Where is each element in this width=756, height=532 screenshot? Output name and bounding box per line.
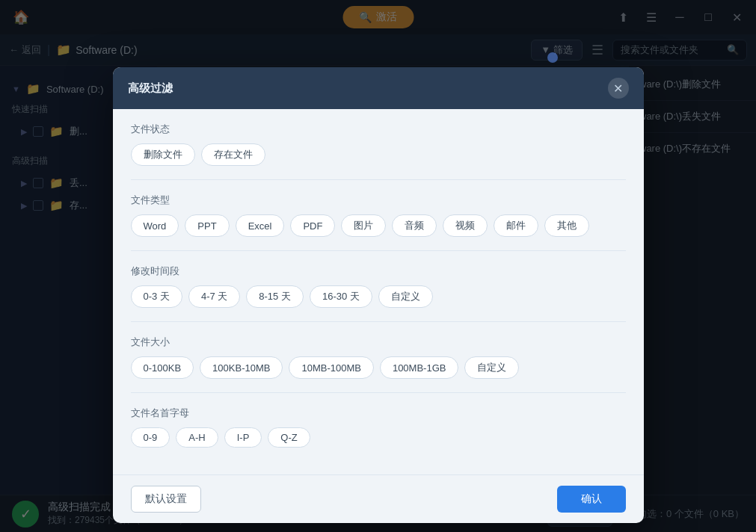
tag-i-p[interactable]: I-P (224, 427, 262, 448)
tag-0-3days[interactable]: 0-3 天 (131, 285, 182, 308)
tag-word[interactable]: Word (131, 214, 179, 237)
default-settings-button[interactable]: 默认设置 (131, 486, 201, 513)
modal-body: 文件状态 删除文件 存在文件 文件类型 Word PPT Excel PDF 图… (113, 109, 644, 474)
file-status-section: 文件状态 删除文件 存在文件 (131, 123, 626, 166)
tag-audio[interactable]: 音频 (392, 214, 437, 237)
modify-time-tags: 0-3 天 4-7 天 8-15 天 16-30 天 自定义 (131, 285, 626, 308)
divider-2 (131, 250, 626, 251)
tag-other[interactable]: 其他 (544, 214, 589, 237)
filename-section: 文件名首字母 0-9 A-H I-P Q-Z (131, 406, 626, 448)
tag-ppt[interactable]: PPT (185, 214, 229, 237)
divider-3 (131, 321, 626, 322)
tag-10mb-100mb[interactable]: 10MB-100MB (289, 356, 373, 379)
file-size-section: 文件大小 0-100KB 100KB-10MB 10MB-100MB 100MB… (131, 335, 626, 379)
tag-0-9[interactable]: 0-9 (131, 427, 170, 448)
tag-video[interactable]: 视频 (443, 214, 488, 237)
tag-image[interactable]: 图片 (341, 214, 386, 237)
tag-existing-file[interactable]: 存在文件 (201, 143, 265, 166)
tag-custom-size[interactable]: 自定义 (464, 356, 519, 379)
file-type-tags: Word PPT Excel PDF 图片 音频 视频 邮件 其他 (131, 214, 626, 237)
divider-1 (131, 179, 626, 180)
file-status-tags: 删除文件 存在文件 (131, 143, 626, 166)
filename-tags: 0-9 A-H I-P Q-Z (131, 427, 626, 448)
tag-a-h[interactable]: A-H (176, 427, 218, 448)
divider-4 (131, 392, 626, 393)
tag-4-7days[interactable]: 4-7 天 (188, 285, 240, 308)
tag-16-30days[interactable]: 16-30 天 (310, 285, 372, 308)
modal-title: 高级过滤 (128, 81, 173, 96)
file-type-section: 文件类型 Word PPT Excel PDF 图片 音频 视频 邮件 其他 (131, 194, 626, 237)
modify-time-label: 修改时间段 (131, 265, 626, 278)
confirm-button[interactable]: 确认 (557, 486, 626, 513)
tag-email[interactable]: 邮件 (494, 214, 538, 237)
file-type-label: 文件类型 (131, 194, 626, 207)
close-icon: ✕ (613, 81, 623, 96)
filename-label: 文件名首字母 (131, 406, 626, 420)
tag-100kb-10mb[interactable]: 100KB-10MB (200, 356, 283, 379)
modal-header: 高级过滤 ✕ (113, 67, 644, 109)
file-size-tags: 0-100KB 100KB-10MB 10MB-100MB 100MB-1GB … (131, 356, 626, 379)
tag-pdf[interactable]: PDF (290, 214, 335, 237)
advanced-filter-dialog: 高级过滤 ✕ 文件状态 删除文件 存在文件 文件类型 Word (113, 67, 644, 523)
file-size-label: 文件大小 (131, 335, 626, 349)
tag-deleted-file[interactable]: 删除文件 (131, 143, 195, 166)
modal-close-button[interactable]: ✕ (608, 78, 629, 99)
modal-footer: 默认设置 确认 (113, 474, 644, 523)
tag-0-100kb[interactable]: 0-100KB (131, 356, 194, 379)
modal-overlay: 高级过滤 ✕ 文件状态 删除文件 存在文件 文件类型 Word (0, 0, 756, 532)
tag-8-15days[interactable]: 8-15 天 (246, 285, 304, 308)
tag-100mb-1gb[interactable]: 100MB-1GB (380, 356, 459, 379)
tag-excel[interactable]: Excel (236, 214, 285, 237)
file-status-label: 文件状态 (131, 123, 626, 136)
tag-custom-time[interactable]: 自定义 (378, 285, 433, 308)
tag-q-z[interactable]: Q-Z (268, 427, 310, 448)
modify-time-section: 修改时间段 0-3 天 4-7 天 8-15 天 16-30 天 自定义 (131, 265, 626, 308)
